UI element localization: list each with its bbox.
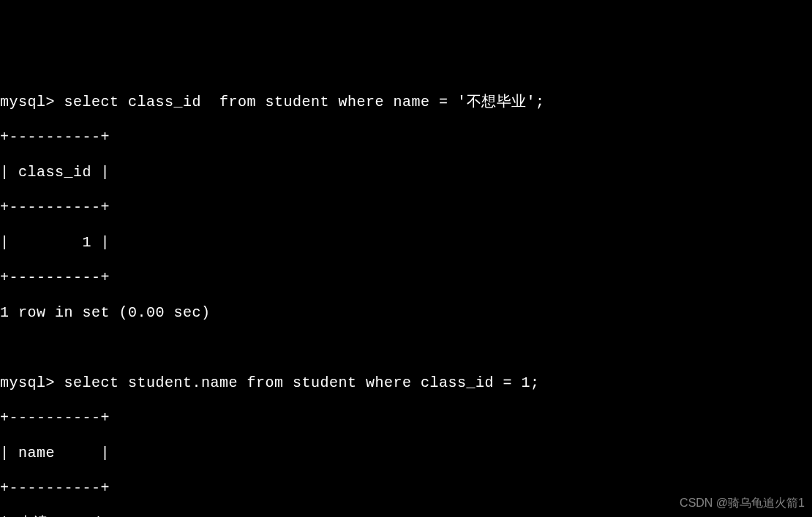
mysql-terminal[interactable]: mysql> select class_id from student wher…: [0, 70, 812, 517]
blank-line: [0, 339, 812, 357]
query2-header: | name |: [0, 445, 812, 462]
query1-header: | class_id |: [0, 164, 812, 181]
query2-border-mid: +----------+: [0, 480, 812, 497]
query2-border-top: +----------+: [0, 410, 812, 427]
query1-border-mid: +----------+: [0, 199, 812, 216]
query1-command: mysql> select class_id from student wher…: [0, 94, 812, 111]
query1-border-bot: +----------+: [0, 269, 812, 287]
query1-row: | 1 |: [0, 234, 812, 252]
query2-command: mysql> select student.name from student …: [0, 374, 812, 392]
watermark: CSDN @骑乌龟追火箭1: [680, 496, 805, 510]
query1-border-top: +----------+: [0, 129, 812, 146]
query1-footer: 1 row in set (0.00 sec): [0, 304, 812, 322]
